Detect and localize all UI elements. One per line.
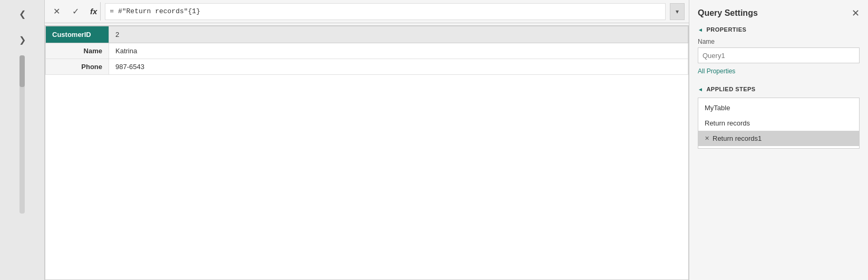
applied-steps-label: APPLIED STEPS [706,86,755,92]
vertical-scrollbar[interactable] [19,55,25,214]
applied-steps-section-header: ◄ APPLIED STEPS [698,86,860,92]
collapse-up-button[interactable]: ❯ [19,35,26,45]
grid-table: CustomerID 2 Name Katrina Phone [45,26,688,75]
step-label: Return records1 [713,134,762,142]
grid-header-field[interactable]: CustomerID [46,26,109,43]
step-item-return-records[interactable]: Return records [698,115,859,131]
query-settings-title: Query Settings [698,8,758,18]
name-property-label: Name [698,38,860,45]
query-name-input[interactable] [698,47,860,63]
grid-header-row: CustomerID 2 [46,26,688,43]
left-sidebar: ❮ ❯ [0,0,45,280]
table-row: Phone 987-6543 [46,59,688,75]
step-label: MyTable [705,104,730,112]
properties-arrow-icon: ◄ [698,27,703,33]
formula-dropdown-button[interactable]: ▾ [670,3,685,20]
step-item-return-records1[interactable]: ✕ Return records1 [698,131,859,146]
formula-input[interactable] [105,3,666,20]
scrollbar-thumb[interactable] [19,55,25,87]
steps-list: MyTable Return records ✕ Return records1 [698,98,860,149]
step-label: Return records [705,119,750,127]
properties-section: ◄ PROPERTIES Name All Properties [698,26,860,75]
table-row: Name Katrina [46,43,688,59]
step-item-mytable[interactable]: MyTable [698,100,859,115]
applied-steps-arrow-icon: ◄ [698,86,703,92]
fx-label: fx [87,2,101,21]
all-properties-link[interactable]: All Properties [698,67,735,75]
phone-value-cell: 987-6543 [109,59,688,75]
phone-label-cell: Phone [46,59,109,75]
grid-header-value[interactable]: 2 [109,26,688,43]
properties-section-header: ◄ PROPERTIES [698,26,860,33]
data-grid: CustomerID 2 Name Katrina Phone [45,25,689,280]
query-settings-header: Query Settings ✕ [698,8,860,18]
cancel-formula-button[interactable]: ✕ [49,4,64,19]
applied-steps-section: ◄ APPLIED STEPS MyTable Return records ✕… [698,86,860,272]
step-delete-icon[interactable]: ✕ [705,135,709,142]
confirm-formula-button[interactable]: ✓ [68,4,83,19]
name-value-cell: Katrina [109,43,688,59]
main-content: ✕ ✓ fx ▾ CustomerID 2 Name [45,0,689,280]
formula-bar: ✕ ✓ fx ▾ [45,0,689,23]
query-settings-close-button[interactable]: ✕ [852,8,860,18]
properties-section-label: PROPERTIES [706,26,746,33]
query-settings-panel: Query Settings ✕ ◄ PROPERTIES Name All P… [689,0,868,280]
name-label-cell: Name [46,43,109,59]
collapse-left-button[interactable]: ❮ [14,5,31,22]
